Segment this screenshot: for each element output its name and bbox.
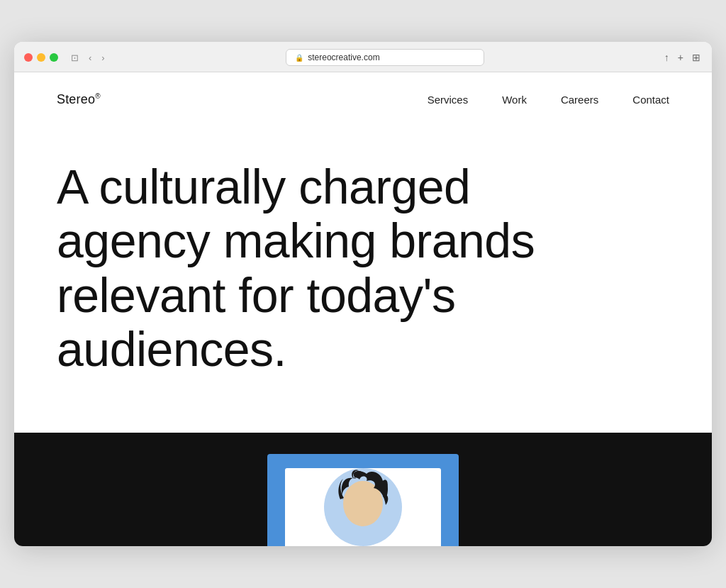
nav-careers[interactable]: Careers <box>561 94 598 106</box>
close-button[interactable] <box>24 53 33 62</box>
hero-headline: A culturally charged agency making brand… <box>57 160 610 376</box>
browser-chrome: ⊡ ‹ › 🔒 stereocreative.com ↑ + ⊞ <box>14 42 712 72</box>
back-button[interactable]: ‹ <box>86 51 94 65</box>
sidebar-toggle-button[interactable]: ⊡ <box>68 51 82 65</box>
dark-section <box>14 433 712 546</box>
url-text: stereocreative.com <box>308 52 379 62</box>
logo-sup: ® <box>95 92 101 100</box>
browser-window: ⊡ ‹ › 🔒 stereocreative.com ↑ + ⊞ Stereo®… <box>14 42 712 546</box>
nav-work[interactable]: Work <box>502 94 527 106</box>
minimize-button[interactable] <box>37 53 45 62</box>
card-preview-inner <box>285 468 441 546</box>
new-tab-button[interactable]: + <box>676 50 685 65</box>
card-preview <box>267 454 459 546</box>
address-bar[interactable]: 🔒 stereocreative.com <box>286 49 484 66</box>
site-header: Stereo® Services Work Careers Contact <box>14 72 712 124</box>
forward-button[interactable]: › <box>99 51 107 65</box>
lock-icon: 🔒 <box>295 54 303 62</box>
browser-actions: ↑ + ⊞ <box>663 50 702 65</box>
address-bar-container: 🔒 stereocreative.com <box>115 49 656 66</box>
nav-services[interactable]: Services <box>428 94 469 106</box>
logo-text: Stereo <box>57 92 95 106</box>
website: Stereo® Services Work Careers Contact A … <box>14 72 712 546</box>
person-illustration <box>285 468 441 546</box>
browser-controls: ⊡ ‹ › <box>68 51 108 65</box>
share-button[interactable]: ↑ <box>663 50 671 65</box>
site-nav: Services Work Careers Contact <box>428 94 669 106</box>
maximize-button[interactable] <box>50 53 58 62</box>
traffic-lights <box>24 53 58 62</box>
hero-section: A culturally charged agency making brand… <box>14 124 712 433</box>
site-logo[interactable]: Stereo® <box>57 92 101 107</box>
nav-contact[interactable]: Contact <box>632 94 669 106</box>
grid-button[interactable]: ⊞ <box>691 50 702 65</box>
